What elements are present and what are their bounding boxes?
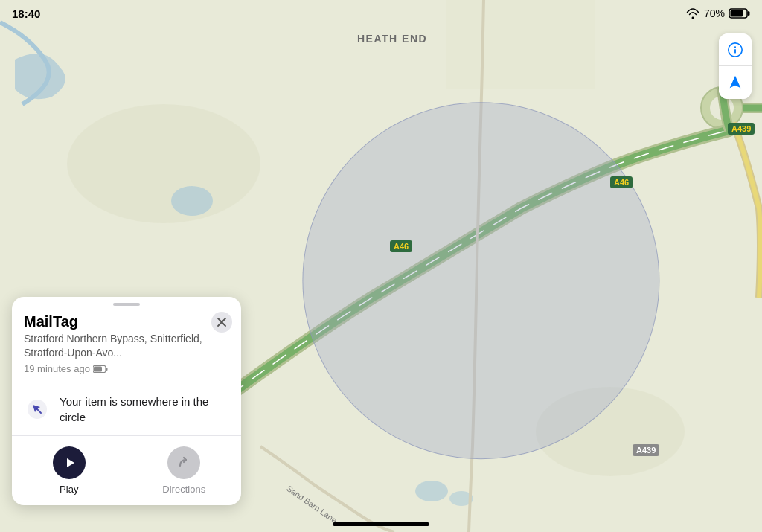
play-action[interactable]: Play bbox=[12, 436, 127, 505]
road-badge-a46-right: A46 bbox=[610, 176, 633, 188]
svg-point-1 bbox=[67, 104, 260, 223]
card-subtitle: Stratford Northern Bypass, Snitterfield,… bbox=[24, 332, 229, 361]
location-button[interactable] bbox=[719, 66, 752, 99]
directions-icon-circle bbox=[167, 446, 200, 479]
home-indicator bbox=[333, 522, 429, 526]
svg-rect-12 bbox=[731, 10, 743, 17]
card-time: 19 minutes ago bbox=[24, 363, 229, 374]
card-header: MailTag Stratford Northern Bypass, Snitt… bbox=[12, 310, 241, 383]
directions-action[interactable]: Directions bbox=[127, 436, 242, 505]
road-badge-a439-top: A439 bbox=[728, 123, 755, 135]
road-badge-a439-bottom: A439 bbox=[633, 444, 659, 456]
svg-marker-23 bbox=[67, 458, 74, 467]
place-label-heath-end: HEATH END bbox=[357, 33, 427, 45]
status-bar: 18:40 70% bbox=[0, 0, 762, 27]
svg-rect-17 bbox=[106, 368, 107, 371]
location-message: Your item is somewhere in the circle bbox=[60, 394, 229, 425]
map-controls bbox=[719, 33, 752, 99]
road-badge-a46-main: A46 bbox=[390, 240, 412, 252]
status-time: 18:40 bbox=[12, 7, 40, 20]
play-icon-circle bbox=[53, 446, 86, 479]
play-label: Play bbox=[60, 484, 78, 495]
card-battery-icon bbox=[93, 365, 108, 373]
status-icons: 70% bbox=[686, 7, 750, 19]
card: MailTag Stratford Northern Bypass, Snitt… bbox=[12, 297, 241, 505]
location-icon bbox=[24, 396, 51, 423]
search-circle bbox=[302, 102, 659, 459]
battery-icon bbox=[729, 8, 750, 19]
svg-rect-18 bbox=[94, 366, 102, 371]
svg-point-4 bbox=[171, 186, 213, 216]
wifi-icon bbox=[686, 8, 699, 19]
directions-label: Directions bbox=[162, 484, 205, 495]
battery-percent: 70% bbox=[704, 7, 725, 19]
close-button[interactable] bbox=[211, 312, 232, 333]
card-handle bbox=[113, 303, 140, 306]
card-actions: Play Directions bbox=[12, 436, 241, 505]
svg-point-14 bbox=[734, 46, 736, 48]
svg-point-5 bbox=[415, 481, 448, 501]
svg-rect-11 bbox=[748, 11, 750, 16]
info-button[interactable] bbox=[719, 33, 752, 66]
card-title: MailTag bbox=[24, 313, 229, 330]
card-location-row: Your item is somewhere in the circle bbox=[12, 383, 241, 436]
svg-rect-15 bbox=[734, 49, 736, 54]
